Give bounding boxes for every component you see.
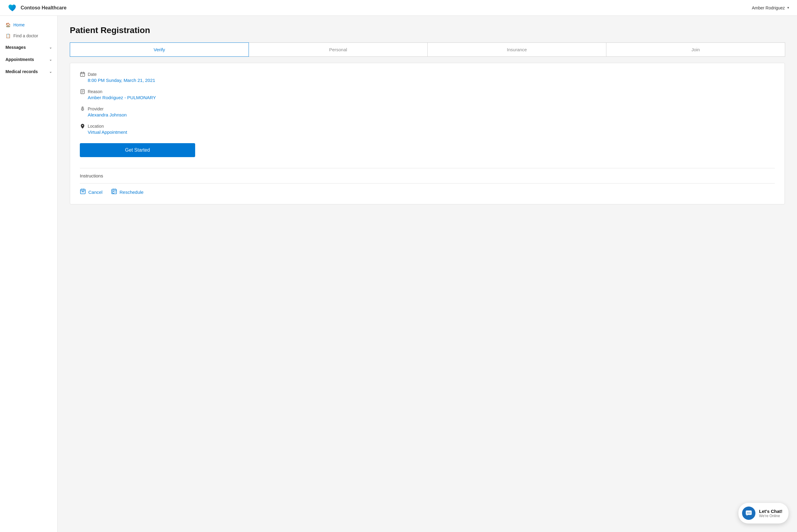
chat-widget[interactable]: Let's Chat! We're Online bbox=[738, 503, 789, 524]
sidebar-item-find-doctor-label: Find a doctor bbox=[13, 33, 38, 38]
location-label-row: Location bbox=[80, 124, 775, 129]
svg-point-8 bbox=[747, 513, 748, 513]
reschedule-label: Reschedule bbox=[119, 190, 144, 195]
reason-label-row: Reason bbox=[80, 89, 775, 94]
messages-label: Messages bbox=[5, 45, 26, 50]
sidebar-item-find-doctor[interactable]: 📋 Find a doctor bbox=[0, 30, 57, 41]
location-pin-icon bbox=[80, 124, 85, 129]
medical-records-label: Medical records bbox=[5, 69, 38, 74]
tab-personal[interactable]: Personal bbox=[248, 42, 428, 57]
action-links: Cancel Reschedule bbox=[80, 188, 775, 196]
tab-join[interactable]: Join bbox=[606, 42, 785, 57]
user-caret-icon: ▼ bbox=[787, 6, 790, 10]
find-doctor-icon: 📋 bbox=[5, 33, 10, 38]
instructions-label: Instructions bbox=[80, 173, 775, 178]
appointment-card: Date 8:00 PM Sunday, March 21, 2021 Reas… bbox=[70, 63, 785, 205]
divider-2 bbox=[80, 183, 775, 184]
cancel-link[interactable]: Cancel bbox=[80, 188, 103, 196]
sidebar-item-home-label: Home bbox=[13, 22, 24, 27]
cancel-calendar-icon bbox=[80, 188, 86, 196]
svg-point-10 bbox=[750, 513, 750, 513]
page-title: Patient Registration bbox=[70, 25, 785, 35]
reason-label-text: Reason bbox=[88, 89, 102, 94]
app-name: Contoso Healthcare bbox=[21, 5, 67, 11]
main-content: Patient Registration Verify Personal Ins… bbox=[58, 16, 797, 532]
location-value: Virtual Appointment bbox=[88, 130, 775, 135]
tabs-container: Verify Personal Insurance Join bbox=[70, 42, 785, 57]
sidebar: 🏠 Home 📋 Find a doctor Messages ⌄ Appoin… bbox=[0, 16, 58, 532]
provider-value: Alexandra Johnson bbox=[88, 112, 775, 117]
appointments-label: Appointments bbox=[5, 57, 34, 62]
app-header: Contoso Healthcare Amber Rodriguez ▼ bbox=[0, 0, 797, 16]
logo-icon bbox=[7, 3, 18, 13]
reason-icon bbox=[80, 89, 85, 94]
reschedule-calendar-icon bbox=[111, 188, 117, 196]
chat-title: Let's Chat! bbox=[759, 509, 782, 514]
reschedule-link[interactable]: Reschedule bbox=[111, 188, 144, 196]
chat-bubble-icon bbox=[742, 507, 756, 520]
medical-records-chevron-icon: ⌄ bbox=[49, 70, 52, 74]
get-started-button[interactable]: Get Started bbox=[80, 143, 195, 157]
cancel-label: Cancel bbox=[88, 190, 103, 195]
tab-insurance[interactable]: Insurance bbox=[427, 42, 606, 57]
svg-point-4 bbox=[82, 125, 83, 126]
user-name: Amber Rodriguez bbox=[752, 5, 785, 10]
provider-row: Provider Alexandra Johnson bbox=[80, 106, 775, 117]
logo-container: Contoso Healthcare bbox=[7, 3, 67, 13]
sidebar-item-home[interactable]: 🏠 Home bbox=[0, 19, 57, 30]
home-icon: 🏠 bbox=[5, 22, 10, 27]
main-layout: 🏠 Home 📋 Find a doctor Messages ⌄ Appoin… bbox=[0, 16, 797, 532]
sidebar-section-medical-records[interactable]: Medical records ⌄ bbox=[0, 65, 57, 78]
svg-rect-0 bbox=[80, 73, 85, 76]
chat-text-block: Let's Chat! We're Online bbox=[759, 509, 782, 518]
sidebar-section-appointments[interactable]: Appointments ⌄ bbox=[0, 53, 57, 65]
location-label-text: Location bbox=[88, 124, 104, 129]
calendar-icon bbox=[80, 72, 85, 77]
reason-row: Reason Amber Rodriguez - PULMONARY bbox=[80, 89, 775, 100]
user-menu[interactable]: Amber Rodriguez ▼ bbox=[752, 5, 790, 10]
date-label-text: Date bbox=[88, 72, 97, 77]
provider-icon bbox=[80, 106, 85, 112]
messages-chevron-icon: ⌄ bbox=[49, 45, 52, 50]
svg-point-1 bbox=[82, 75, 83, 76]
reason-value: Amber Rodriguez - PULMONARY bbox=[88, 95, 775, 100]
chat-subtitle: We're Online bbox=[759, 514, 782, 518]
svg-point-3 bbox=[82, 107, 83, 108]
provider-label-text: Provider bbox=[88, 107, 104, 111]
svg-point-9 bbox=[748, 513, 749, 513]
date-row: Date 8:00 PM Sunday, March 21, 2021 bbox=[80, 72, 775, 83]
provider-label-row: Provider bbox=[80, 106, 775, 112]
location-row: Location Virtual Appointment bbox=[80, 124, 775, 135]
tab-verify[interactable]: Verify bbox=[70, 42, 249, 57]
date-label-row: Date bbox=[80, 72, 775, 77]
date-value: 8:00 PM Sunday, March 21, 2021 bbox=[88, 78, 775, 83]
divider-1 bbox=[80, 168, 775, 168]
appointments-chevron-icon: ⌄ bbox=[49, 58, 52, 61]
sidebar-section-messages[interactable]: Messages ⌄ bbox=[0, 41, 57, 53]
